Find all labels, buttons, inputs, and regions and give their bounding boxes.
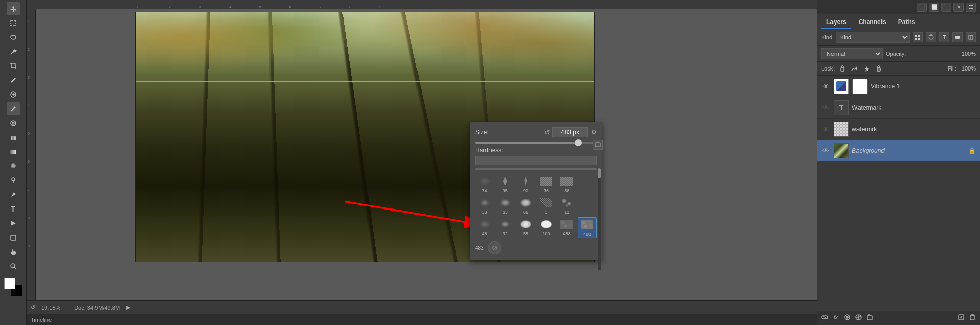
panel-group-icon[interactable] bbox=[866, 314, 873, 322]
brush-no-entry-icon[interactable]: ⊘ bbox=[488, 241, 501, 254]
tool-gradient[interactable] bbox=[7, 145, 20, 158]
layer-item-watermrk[interactable]: 👁 watermrk bbox=[817, 119, 980, 140]
tool-lasso[interactable] bbox=[7, 31, 20, 44]
panel-delete-icon[interactable] bbox=[969, 314, 976, 322]
brush-size-slider[interactable] bbox=[475, 142, 597, 144]
lock-transparency-icon[interactable] bbox=[838, 64, 847, 73]
brush-size-reset-icon[interactable]: ↺ bbox=[544, 128, 550, 136]
panel-adjustment-icon[interactable] bbox=[855, 314, 862, 322]
layer-visibility-vibrance[interactable]: 👁 bbox=[821, 82, 830, 90]
tool-dodge[interactable] bbox=[7, 174, 20, 187]
lock-row: Lock: Fill: 100% bbox=[817, 62, 980, 76]
filter-dropdown[interactable]: Kind Name Effect Mode Attribute Color bbox=[836, 32, 910, 43]
doc-info-arrow[interactable]: ▶ bbox=[126, 304, 130, 311]
tool-pen[interactable] bbox=[7, 188, 20, 201]
brush-preset-55[interactable]: 55 bbox=[516, 217, 535, 238]
panel-icon-3[interactable]: ⬛ bbox=[941, 3, 951, 12]
filter-icon-type[interactable]: T bbox=[939, 32, 949, 42]
brush-preset-3[interactable]: 3 bbox=[537, 196, 556, 216]
layer-item-background[interactable]: 👁 Background 🔒 bbox=[817, 140, 980, 161]
tool-path-select[interactable] bbox=[7, 217, 20, 230]
tool-eraser[interactable] bbox=[7, 131, 20, 144]
tool-zoom[interactable] bbox=[7, 260, 20, 273]
lock-position-icon[interactable] bbox=[862, 64, 871, 73]
layer-name-watermrk: watermrk bbox=[852, 126, 976, 133]
tool-hand[interactable] bbox=[7, 245, 20, 259]
brush-preset-32[interactable]: 32 bbox=[496, 217, 514, 238]
layer-mask-vibrance bbox=[852, 79, 868, 94]
tool-move[interactable] bbox=[7, 2, 20, 15]
tab-channels[interactable]: Channels bbox=[853, 16, 891, 29]
brush-preset-63[interactable]: 63 bbox=[496, 196, 514, 216]
brush-preset-11[interactable]: 11 bbox=[557, 196, 576, 216]
brush-hardness-slider[interactable] bbox=[475, 168, 597, 170]
layer-item-watermark[interactable]: 👁 T Watermark bbox=[817, 97, 980, 119]
timeline-label[interactable]: Timeline bbox=[31, 317, 52, 323]
lock-all-icon[interactable] bbox=[874, 64, 884, 73]
lock-image-icon[interactable] bbox=[850, 64, 859, 73]
layer-visibility-watermrk[interactable]: 👁 bbox=[821, 125, 830, 133]
foreground-color[interactable] bbox=[4, 278, 15, 289]
brush-preset-483b-selected[interactable]: 483 bbox=[578, 217, 597, 238]
color-swatches[interactable] bbox=[4, 278, 22, 296]
panel-fx-icon[interactable]: fx bbox=[832, 314, 840, 322]
svg-rect-21 bbox=[595, 143, 600, 147]
tool-rectangle-select[interactable] bbox=[7, 16, 20, 30]
status-rotate-icon[interactable]: ↺ bbox=[31, 304, 35, 311]
panel-icon-1[interactable]: ⬛ bbox=[917, 3, 927, 12]
brush-preset-36b[interactable]: 36 bbox=[557, 174, 576, 194]
brush-settings-icon[interactable]: ⚙ bbox=[591, 129, 597, 136]
zoom-level[interactable]: 19.18% bbox=[41, 305, 60, 311]
layer-thumb-watermark: T bbox=[834, 100, 849, 115]
brush-preset-95[interactable]: 95 bbox=[496, 174, 514, 194]
panel-icon-5[interactable]: ☰ bbox=[966, 3, 976, 12]
brush-size-input[interactable]: 483 px bbox=[552, 127, 588, 137]
tab-layers[interactable]: Layers bbox=[821, 16, 851, 29]
brush-popup-scrollbar[interactable] bbox=[598, 168, 601, 270]
brush-size-row: Size: ↺ 483 px ⚙ bbox=[475, 127, 597, 137]
brush-preset-100[interactable]: 100 bbox=[537, 217, 556, 238]
filter-icon-shape[interactable] bbox=[952, 32, 963, 42]
tab-paths[interactable]: Paths bbox=[893, 16, 920, 29]
filter-icon-smart[interactable] bbox=[966, 32, 976, 42]
panel-link-icon[interactable] bbox=[821, 314, 828, 322]
opacity-value[interactable]: 100% bbox=[962, 51, 976, 57]
tool-shape[interactable] bbox=[7, 231, 20, 244]
brush-preset-483a[interactable]: 483 bbox=[557, 217, 576, 238]
tool-brush[interactable] bbox=[7, 102, 20, 115]
svg-point-15 bbox=[12, 178, 15, 181]
tool-magic-wand[interactable] bbox=[7, 45, 20, 58]
guide-line-vertical bbox=[369, 12, 369, 262]
blend-mode-dropdown[interactable]: Normal Dissolve Multiply Screen Overlay bbox=[821, 48, 883, 59]
tool-type[interactable]: T bbox=[7, 202, 20, 216]
brush-preset-90[interactable]: 90 bbox=[516, 174, 535, 194]
panel-new-layer-icon[interactable] bbox=[958, 314, 965, 322]
brush-preset-36a[interactable]: 36 bbox=[537, 174, 556, 194]
brush-link-icon[interactable] bbox=[593, 140, 603, 150]
ruler-vertical: 1 2 3 4 5 6 7 8 9 bbox=[27, 9, 36, 300]
tool-blur[interactable] bbox=[7, 159, 20, 173]
brush-preset-74[interactable]: 74 bbox=[475, 174, 494, 194]
brush-preset-33[interactable]: 33 bbox=[475, 196, 494, 216]
filter-icon-adjust[interactable] bbox=[926, 32, 936, 42]
panel-mask-icon[interactable] bbox=[844, 314, 851, 322]
panel-icon-4[interactable]: ✕ bbox=[953, 3, 964, 12]
fill-value[interactable]: 100% bbox=[962, 65, 976, 72]
tool-clone[interactable] bbox=[7, 117, 20, 130]
canvas-area[interactable]: Size: ↺ 483 px ⚙ Hard bbox=[36, 9, 817, 300]
timeline-bar: Timeline bbox=[27, 314, 817, 325]
panel-icon-2[interactable]: ⬜ bbox=[929, 3, 939, 12]
tool-eyedropper[interactable] bbox=[7, 74, 20, 87]
tool-crop[interactable] bbox=[7, 59, 20, 73]
brush-hardness-display bbox=[475, 156, 597, 165]
brush-preset-66[interactable]: 66 bbox=[516, 196, 535, 216]
filter-icon-pixel[interactable] bbox=[913, 32, 923, 42]
brush-preset-48[interactable]: 48 bbox=[475, 217, 494, 238]
brush-size-thumb[interactable] bbox=[575, 139, 582, 146]
layer-visibility-background[interactable]: 👁 bbox=[821, 147, 830, 155]
layer-item-vibrance[interactable]: 👁 Vibrance 1 bbox=[817, 76, 980, 97]
svg-text:fx: fx bbox=[834, 315, 838, 320]
layer-visibility-watermark[interactable]: 👁 bbox=[821, 104, 830, 112]
tool-heal[interactable] bbox=[7, 88, 20, 101]
brush-popup-scroll-thumb[interactable] bbox=[598, 168, 601, 178]
